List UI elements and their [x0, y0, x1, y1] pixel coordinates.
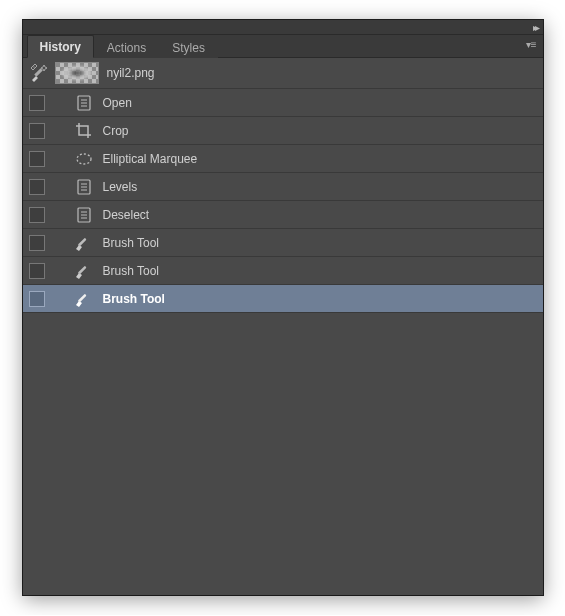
history-item-label: Crop — [103, 124, 129, 138]
history-item-label: Open — [103, 96, 132, 110]
history-item-label: Levels — [103, 180, 138, 194]
history-item-brush[interactable]: Brush Tool — [23, 257, 543, 285]
file-icon — [71, 176, 97, 198]
svg-point-6 — [77, 154, 91, 164]
snapshot-checkbox[interactable] — [29, 179, 45, 195]
panel-menu-icon[interactable]: ▾≡ — [526, 39, 537, 50]
history-item-open[interactable]: Open — [23, 89, 543, 117]
history-item-label: Elliptical Marquee — [103, 152, 198, 166]
history-item-brush[interactable]: Brush Tool — [23, 285, 543, 313]
tab-history[interactable]: History — [27, 35, 94, 58]
collapse-panel-icon[interactable]: ▸▸ — [533, 22, 537, 33]
history-item-crop[interactable]: Crop — [23, 117, 543, 145]
snapshot-checkbox[interactable] — [29, 235, 45, 251]
panel-body: nyil2.png Open Crop — [23, 58, 543, 595]
history-panel: ▸▸ History Actions Styles ▾≡ nyil2.png — [23, 20, 543, 595]
file-icon — [71, 204, 97, 226]
history-item-brush[interactable]: Brush Tool — [23, 229, 543, 257]
snapshot-checkbox[interactable] — [29, 263, 45, 279]
snapshot-checkbox[interactable] — [29, 151, 45, 167]
tab-styles[interactable]: Styles — [159, 36, 218, 58]
tab-actions[interactable]: Actions — [94, 36, 159, 58]
document-filename: nyil2.png — [107, 66, 155, 80]
svg-rect-15 — [77, 237, 86, 246]
snapshot-checkbox[interactable] — [29, 95, 45, 111]
file-icon — [71, 92, 97, 114]
crop-icon — [71, 120, 97, 142]
snapshot-checkbox[interactable] — [29, 123, 45, 139]
history-item-label: Deselect — [103, 208, 150, 222]
marquee-icon — [71, 148, 97, 170]
history-item-label: Brush Tool — [103, 292, 165, 306]
brush-icon — [71, 288, 97, 310]
history-item-levels[interactable]: Levels — [23, 173, 543, 201]
panel-top-strip: ▸▸ — [23, 20, 543, 35]
document-row[interactable]: nyil2.png — [23, 58, 543, 89]
history-item-deselect[interactable]: Deselect — [23, 201, 543, 229]
svg-rect-17 — [77, 293, 86, 302]
snapshot-checkbox[interactable] — [29, 207, 45, 223]
brush-icon — [71, 232, 97, 254]
document-thumbnail[interactable] — [55, 62, 99, 84]
history-item-label: Brush Tool — [103, 236, 159, 250]
history-list: Open Crop Elliptical Marquee — [23, 89, 543, 313]
history-item-marquee[interactable]: Elliptical Marquee — [23, 145, 543, 173]
brush-icon — [71, 260, 97, 282]
snapshot-checkbox[interactable] — [29, 291, 45, 307]
tab-bar: History Actions Styles ▾≡ — [23, 35, 543, 58]
svg-rect-0 — [34, 68, 42, 76]
svg-point-1 — [33, 66, 34, 67]
history-item-label: Brush Tool — [103, 264, 159, 278]
svg-rect-16 — [77, 265, 86, 274]
history-brush-icon — [29, 62, 51, 84]
